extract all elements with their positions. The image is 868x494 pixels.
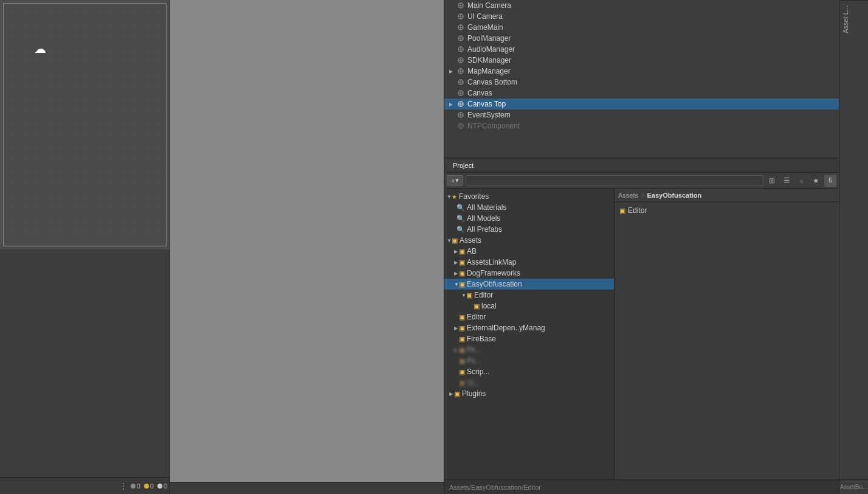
tree-item-local[interactable]: ▣ local — [444, 301, 614, 311]
project-section: Project + ▾ ⊞ ☰ ⬦ ★ 6 — [444, 158, 839, 494]
hierarchy-item-main-camera[interactable]: Main Camera — [444, 0, 839, 11]
gameobject-icon — [456, 78, 465, 86]
scene-view: ☁ — [0, 0, 170, 477]
expand-arrow-icon: ▶ — [449, 391, 454, 397]
assets-root[interactable]: ▼ ▣ Assets — [444, 235, 614, 246]
folder-icon: ▣ — [454, 390, 460, 398]
hierarchy-label: SDKManager — [467, 56, 511, 64]
folder-icon: ▣ — [459, 259, 465, 266]
hierarchy-item-mapmanager[interactable]: ▶ MapManager — [444, 66, 839, 77]
hierarchy-label: NTPComponent — [467, 122, 520, 130]
hierarchy-label: Canvas — [467, 89, 492, 97]
message-icon — [157, 484, 162, 489]
tree-item-scripts[interactable]: ▣ Scrip... — [444, 366, 614, 377]
folder-icon: ▣ — [459, 379, 465, 387]
blurred1-label: Pk... — [467, 346, 481, 354]
folder-icon: ▣ — [452, 237, 458, 245]
hierarchy-item-sdkmanager[interactable]: SDKManager — [444, 55, 839, 66]
all-models-item[interactable]: 🔍 All Models — [444, 213, 614, 224]
search-input[interactable] — [466, 175, 763, 186]
hierarchy-label: Main Camera — [467, 1, 511, 10]
assets-label: Assets — [460, 236, 481, 245]
center-panel — [170, 0, 444, 494]
folder-open-icon: ▣ — [459, 280, 465, 288]
gameobject-icon — [456, 34, 465, 43]
gameobject-icon — [456, 89, 465, 97]
plugins-label: Plugins — [462, 389, 486, 398]
project-tab[interactable]: Project — [447, 161, 480, 170]
firebase-label: FireBase — [467, 335, 496, 343]
hierarchy-label: PoolManager — [467, 34, 511, 43]
favorites-label: Favorites — [459, 192, 489, 201]
message-count[interactable]: 0 — [157, 482, 167, 490]
asset-bundle-tab[interactable]: Asset L... — [839, 0, 868, 38]
assetslinkmap-label: AssetsLinkMap — [467, 258, 516, 266]
view-toggle-icon[interactable]: ⊞ — [766, 175, 778, 187]
scene-frame — [3, 3, 167, 246]
tree-item-blurred1[interactable]: ▶ ▣ Pk... — [444, 344, 614, 355]
all-models-label: All Models — [467, 214, 500, 223]
tree-item-ab[interactable]: ▶ ▣ AB — [444, 246, 614, 257]
hierarchy-label: GameMain — [467, 23, 503, 32]
breadcrumb-root[interactable]: Assets — [618, 192, 638, 199]
tree-item-plugins[interactable]: ▶ ▣ Plugins — [444, 388, 614, 399]
gameobject-icon — [456, 1, 465, 10]
ab-label: AB — [467, 247, 477, 256]
hierarchy-item-canvas[interactable]: Canvas — [444, 88, 839, 99]
warning-count[interactable]: 0 — [144, 482, 154, 490]
viewport-bottom-bar — [170, 482, 444, 494]
hierarchy-item-eventsystem[interactable]: EventSystem — [444, 110, 839, 120]
hierarchy-item-ntpcomponent[interactable]: NTPComponent — [444, 120, 839, 131]
file-label: Editor — [628, 206, 647, 215]
project-toolbar: + ▾ ⊞ ☰ ⬦ ★ 6 — [444, 173, 839, 189]
tree-item-blurred3[interactable]: ▣ St... — [444, 377, 614, 388]
plus-icon: + — [451, 177, 455, 184]
hierarchy-item-poolmanager[interactable]: PoolManager — [444, 33, 839, 44]
favorites-group[interactable]: ▼ ★ Favorites — [444, 191, 614, 202]
hierarchy-item-canvas-bottom[interactable]: Canvas Bottom — [444, 77, 839, 88]
file-item-editor[interactable]: ▣ Editor — [617, 204, 836, 217]
folder-file-icon: ▣ — [619, 207, 625, 215]
tree-item-easyobfuscation[interactable]: ▼ ▣ EasyObfuscation — [444, 279, 614, 290]
tree-item-dogframeworks[interactable]: ▶ ▣ DogFrameworks — [444, 268, 614, 279]
error-count[interactable]: 0 — [131, 482, 140, 490]
externaldep-label: ExternalDepen..yManag — [467, 324, 545, 332]
expand-arrow-icon: ▶ — [454, 347, 459, 353]
hierarchy-item-gamemain[interactable]: GameMain — [444, 22, 839, 33]
tree-item-assetslinkmap[interactable]: ▶ ▣ AssetsLinkMap — [444, 257, 614, 268]
expand-arrow-icon: ▶ — [454, 260, 459, 265]
gameobject-icon — [456, 45, 465, 54]
search-icon: 🔍 — [456, 215, 465, 223]
hierarchy-label: Canvas Top — [467, 100, 506, 108]
hierarchy-item-ui-camera[interactable]: UI Camera — [444, 11, 839, 22]
folder-icon: ▣ — [459, 335, 465, 343]
tree-item-externaldepe[interactable]: ▶ ▣ ExternalDepen..yManag — [444, 322, 614, 333]
tree-item-editor-sibling[interactable]: ▣ Editor — [444, 311, 614, 322]
folder-icon: ▣ — [459, 357, 465, 365]
collapse-arrow-icon: ▼ — [447, 238, 452, 243]
all-materials-item[interactable]: 🔍 All Materials — [444, 202, 614, 213]
file-browser: ▣ Editor — [615, 202, 839, 479]
hierarchy-item-audiomanager[interactable]: AudioManager — [444, 44, 839, 55]
gameobject-icon — [456, 111, 465, 119]
right-panel: Main Camera UI Camera GameMain — [444, 0, 839, 494]
all-materials-label: All Materials — [467, 203, 506, 212]
all-prefabs-item[interactable]: 🔍 All Prefabs — [444, 224, 614, 235]
hierarchy-item-canvas-top[interactable]: ▶ Canvas Top — [444, 99, 839, 110]
folder-icon: ▣ — [466, 291, 472, 299]
project-tab-bar: Project — [444, 158, 839, 173]
tree-item-editor-child[interactable]: ▼ ▣ Editor — [444, 290, 614, 301]
three-dots-icon[interactable]: ⋮ — [120, 482, 127, 490]
tree-item-blurred2[interactable]: ▣ Ps... — [444, 355, 614, 366]
gameobject-icon — [456, 23, 465, 32]
hierarchy-label: Canvas Bottom — [467, 78, 517, 86]
add-button[interactable]: + ▾ — [447, 175, 463, 186]
star-icon[interactable]: ★ — [810, 175, 822, 187]
filter-icon[interactable]: ⬦ — [795, 175, 807, 187]
error-icon — [131, 484, 136, 489]
expand-arrow-icon: ▶ — [454, 249, 459, 254]
asset-bundle-bottom: AssetBu... — [839, 479, 868, 494]
gameobject-icon — [456, 56, 465, 64]
layout-icon[interactable]: ☰ — [780, 175, 793, 187]
tree-item-firebase[interactable]: ▣ FireBase — [444, 333, 614, 344]
